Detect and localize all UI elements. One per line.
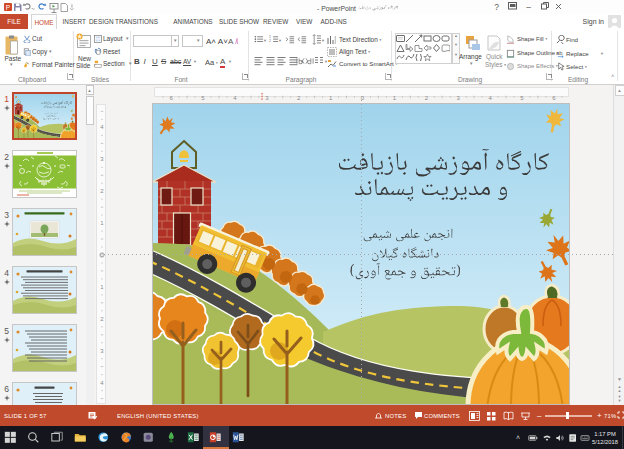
- svg-text:1: 1: [392, 95, 396, 101]
- svg-text:2: 2: [100, 316, 104, 322]
- svg-text:ab: ab: [556, 50, 563, 56]
- svg-text:1: 1: [328, 95, 332, 101]
- svg-text:6: 6: [552, 95, 556, 101]
- svg-text:4: 4: [100, 380, 104, 386]
- svg-text:6: 6: [169, 95, 173, 101]
- svg-text:1: 1: [100, 284, 104, 290]
- svg-text:5: 5: [520, 95, 524, 101]
- svg-text:4: 4: [233, 95, 237, 101]
- svg-text:4: 4: [100, 124, 104, 130]
- svg-text:A: A: [228, 37, 234, 46]
- svg-text:3: 3: [100, 348, 104, 354]
- svg-text:3: 3: [265, 95, 269, 101]
- svg-text:P: P: [6, 4, 10, 11]
- svg-text:5: 5: [201, 95, 205, 101]
- svg-text:2: 2: [269, 39, 271, 43]
- svg-text:1: 1: [100, 220, 104, 226]
- svg-text:4: 4: [488, 95, 492, 101]
- svg-text:2: 2: [100, 188, 104, 194]
- svg-text:2: 2: [424, 95, 428, 101]
- svg-text:3: 3: [100, 156, 104, 162]
- svg-text:2: 2: [297, 95, 301, 101]
- svg-text:3: 3: [456, 95, 460, 101]
